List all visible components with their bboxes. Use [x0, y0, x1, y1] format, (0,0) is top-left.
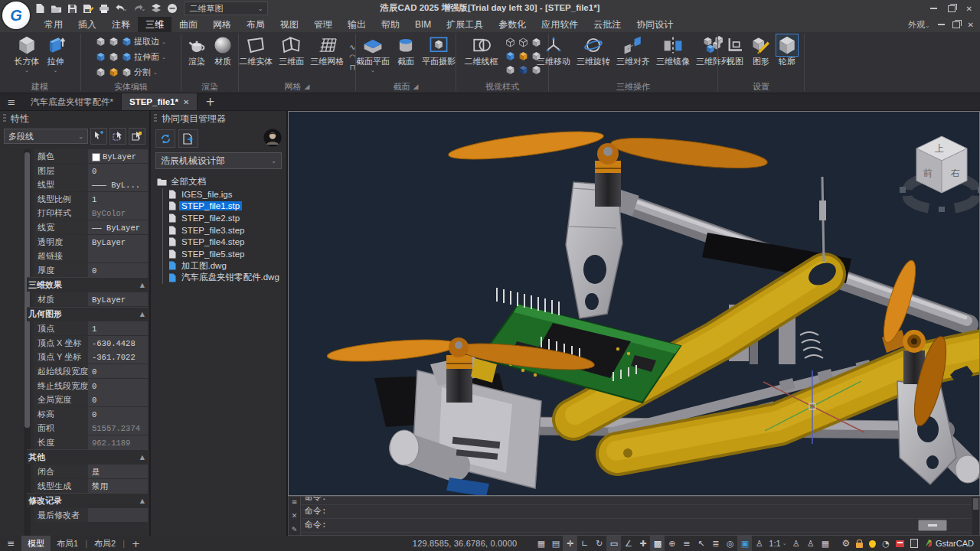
menu-tab[interactable]: 插入: [70, 17, 104, 32]
tree-root-folder[interactable]: 全部文档: [157, 175, 285, 188]
undo-button[interactable]: ⌄: [115, 4, 128, 13]
minimize-icon[interactable]: [930, 8, 937, 9]
separate-button[interactable]: 分割⌄: [122, 67, 158, 78]
property-row[interactable]: 线宽 —— ByLayer ▲: [34, 220, 148, 234]
viewport-canvas[interactable]: 上 前 右: [288, 111, 980, 496]
command-options-button[interactable]: [918, 520, 947, 531]
command-prompt-line[interactable]: 命令:: [302, 519, 972, 533]
annotation-visibility-icon[interactable]: ♙: [789, 536, 804, 551]
menu-tab[interactable]: 应用软件: [534, 17, 586, 32]
settings-gear-icon[interactable]: ⚙: [842, 538, 851, 549]
collapse-section-icon[interactable]: ▲: [140, 282, 148, 289]
file-item[interactable]: STEP_file2.stp: [168, 212, 285, 224]
menu-tab[interactable]: BIM: [407, 17, 439, 32]
new-file-icon[interactable]: [35, 3, 45, 14]
grid-display-icon[interactable]: ▤: [548, 536, 563, 551]
layout2-tab[interactable]: 布局2: [88, 536, 122, 551]
lineweight-icon[interactable]: ≡: [679, 536, 694, 551]
fillet-edge-icon[interactable]: [109, 67, 119, 77]
command-scrollbar[interactable]: [972, 497, 979, 535]
property-row[interactable]: 面积 51557.2374 ▲: [34, 421, 148, 435]
workspace-dropdown[interactable]: 二维草图 ⌄: [184, 2, 268, 15]
dialog-launcher-icon[interactable]: ◢: [413, 83, 419, 90]
property-row[interactable]: 其他 ▲: [27, 449, 148, 464]
zoom-icon[interactable]: ◎: [723, 536, 737, 551]
file-item[interactable]: STEP_file1.stp: [168, 201, 285, 213]
restore-icon[interactable]: [948, 5, 956, 12]
new-layout-button[interactable]: +: [126, 538, 146, 549]
object-snap-icon[interactable]: ✚: [635, 536, 650, 551]
close-command-icon[interactable]: ✕: [292, 512, 298, 520]
team-dropdown[interactable]: 浩辰机械设计部 ⌄: [155, 152, 282, 169]
object-snap-tracking-icon[interactable]: ⊕: [665, 536, 679, 551]
document-tab[interactable]: 汽车底盘夹钳零配件* ✕: [23, 93, 122, 110]
chat-icon[interactable]: [167, 3, 178, 14]
command-line-window[interactable]: ≡ ✕ ✎ 命令: 命令: 命令:: [288, 496, 980, 536]
render-button[interactable]: 渲染: [185, 34, 209, 80]
property-row[interactable]: 最后修改者 ▲: [34, 508, 148, 522]
app-logo[interactable]: G: [2, 2, 30, 29]
annotation-scale-dropdown[interactable]: 1:1 ⌄: [766, 539, 789, 548]
3d-mirror-button[interactable]: 三维镜像: [654, 34, 692, 80]
view-settings-button[interactable]: 视图: [723, 34, 747, 80]
angle-override-icon[interactable]: ∠: [621, 536, 635, 551]
property-row[interactable]: 全局宽度 0 ▲: [34, 393, 148, 406]
menu-tab[interactable]: 参数化: [491, 17, 534, 32]
property-row[interactable]: 颜色 ByLayer ▲: [34, 149, 148, 163]
intersect-icon[interactable]: [96, 52, 106, 62]
property-row[interactable]: 修改记录 ▲: [27, 493, 148, 507]
property-row[interactable]: 超链接 ▲: [34, 249, 148, 262]
extract-edges-button[interactable]: 提取边⌄: [122, 36, 166, 47]
project-panel-header[interactable]: 协同项目管理器: [151, 111, 286, 126]
property-row[interactable]: 材质 ByLayer ▲: [34, 292, 148, 306]
clean-screen-icon[interactable]: [910, 539, 918, 548]
3d-mesh-button[interactable]: 三维网格: [308, 34, 346, 80]
file-item[interactable]: IGES_file.igs: [168, 188, 285, 201]
collapse-section-icon[interactable]: ▲: [140, 454, 148, 461]
redo-button[interactable]: ⌄: [133, 4, 146, 13]
shell-icon[interactable]: [96, 67, 106, 77]
model-tab[interactable]: 模型: [21, 536, 51, 551]
pencil-icon[interactable]: ✎: [292, 526, 298, 533]
object-type-dropdown[interactable]: 多段线 ⌄: [4, 129, 88, 144]
property-row[interactable]: 闭合 是 ▲: [34, 465, 148, 478]
save-as-icon[interactable]: [83, 4, 93, 14]
flatshot-button[interactable]: 平面摄影: [420, 34, 458, 80]
conceptual-style-icon[interactable]: [505, 51, 515, 61]
command-prompt-line[interactable]: 命令:: [302, 496, 972, 505]
doc-minimize-icon[interactable]: [938, 24, 945, 25]
hidden-style-icon[interactable]: [518, 37, 528, 47]
snap-icon[interactable]: ▦: [534, 536, 548, 551]
property-row[interactable]: 起始线段宽度 0 ▲: [34, 364, 148, 378]
doc-close-icon[interactable]: ✕: [968, 21, 974, 29]
select-objects-button[interactable]: [109, 128, 126, 145]
annotation-autoscale-icon[interactable]: ♙: [804, 536, 818, 551]
profile-button[interactable]: 轮廓: [775, 34, 799, 80]
extrude-button[interactable]: 拉伸 ⌄: [44, 34, 68, 80]
property-row[interactable]: 几何图形 ▲: [27, 307, 148, 321]
status-menu-icon[interactable]: ≡: [0, 538, 21, 549]
menu-tab[interactable]: 帮助: [374, 17, 407, 32]
property-row[interactable]: 厚度 0 ▲: [34, 263, 148, 277]
doc-restore-icon[interactable]: [952, 21, 960, 28]
document-tab[interactable]: STEP_file1* ✕: [122, 93, 198, 110]
open-folder-icon[interactable]: [51, 4, 62, 14]
section-plane-button[interactable]: 截面平面 ⌄: [354, 34, 392, 80]
collapse-section-icon[interactable]: ▲: [140, 311, 148, 318]
property-row[interactable]: 标高 0 ▲: [34, 407, 148, 421]
property-row[interactable]: 顶点 Y 坐标 -361.7022 ▲: [34, 350, 148, 364]
grip-icon[interactable]: ≡: [292, 498, 298, 506]
viewport-maximize-icon[interactable]: ▣: [737, 536, 752, 551]
union-icon[interactable]: [96, 37, 106, 47]
toggle-pickadd-button[interactable]: [129, 128, 145, 145]
brand-badge[interactable]: GstarCAD: [924, 539, 974, 548]
hatch-display-icon[interactable]: ▩: [650, 536, 665, 551]
display-alert-icon[interactable]: [896, 540, 904, 547]
quick-properties-icon[interactable]: ▦: [818, 536, 833, 551]
dynamic-input-icon[interactable]: ▭: [606, 536, 621, 551]
menu-tab[interactable]: 协同设计: [629, 17, 681, 32]
performance-gauge-icon[interactable]: ◔: [882, 539, 890, 549]
close-tab-icon[interactable]: ✕: [183, 98, 189, 106]
sync-button[interactable]: [155, 129, 175, 148]
extrude-faces-button[interactable]: 拉伸面⌄: [122, 51, 166, 63]
